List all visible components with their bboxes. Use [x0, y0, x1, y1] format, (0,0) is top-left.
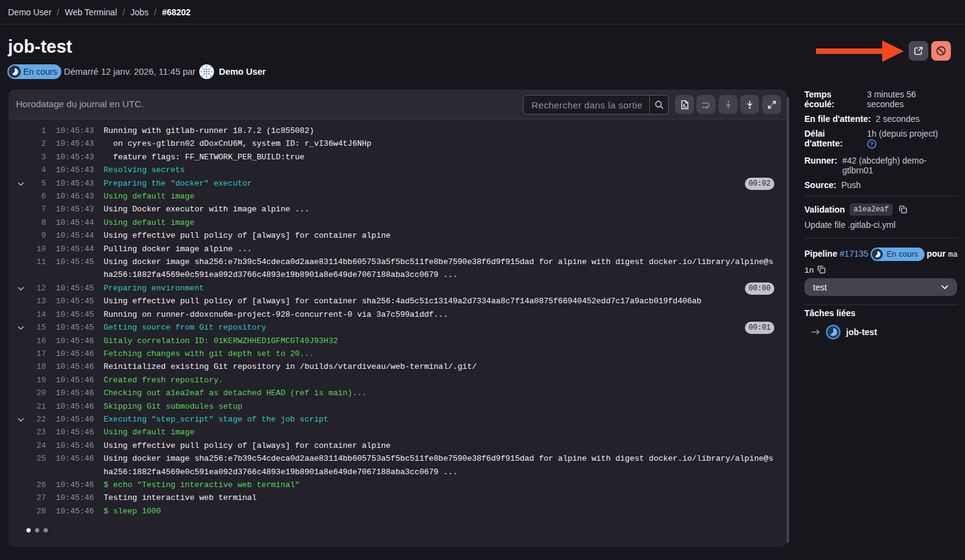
svg-text:?: ? — [870, 140, 874, 147]
